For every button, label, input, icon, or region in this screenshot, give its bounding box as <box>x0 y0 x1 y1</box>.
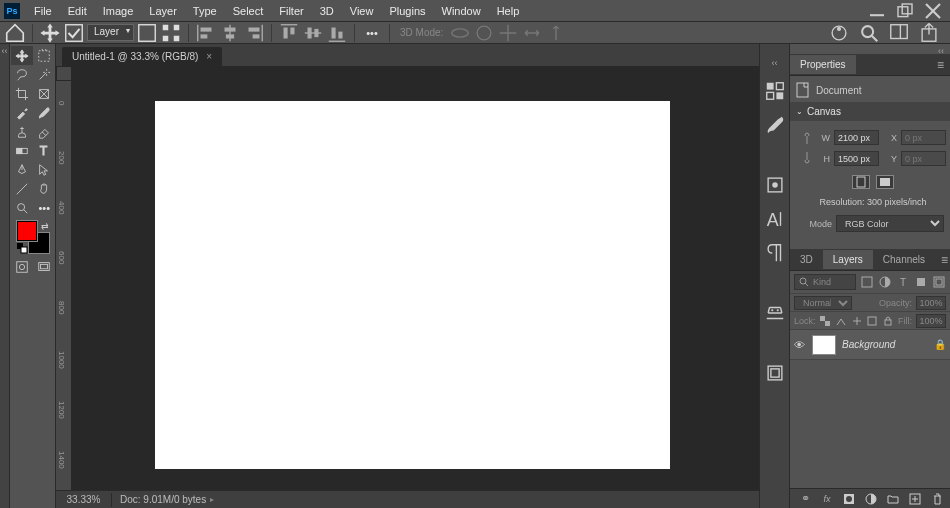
default-colors-icon[interactable] <box>17 243 27 253</box>
tools-collapse-icon[interactable]: ‹‹ <box>0 44 10 508</box>
menu-type[interactable]: Type <box>185 2 225 20</box>
eraser-tool[interactable] <box>34 122 56 141</box>
rpanel-collapse-icon[interactable]: ‹‹ <box>790 44 950 54</box>
layers-menu-icon[interactable]: ≡ <box>935 253 950 267</box>
more-align-icon[interactable]: ••• <box>361 22 383 44</box>
screen-mode-icon[interactable] <box>34 257 56 276</box>
transform-controls-check[interactable] <box>136 22 158 44</box>
fx-icon[interactable]: fx <box>820 492 834 506</box>
type-tool[interactable]: T <box>34 141 56 160</box>
mask-icon[interactable] <box>842 492 856 506</box>
width-input[interactable] <box>834 130 879 145</box>
window-restore-icon[interactable] <box>898 4 912 18</box>
3d-orbit-icon[interactable] <box>449 22 471 44</box>
crop-tool[interactable] <box>11 84 33 103</box>
document-tab[interactable]: Untitled-1 @ 33.3% (RGB/8) × <box>62 47 222 66</box>
menu-3d[interactable]: 3D <box>312 2 342 20</box>
menu-view[interactable]: View <box>342 2 382 20</box>
history-panel-icon[interactable] <box>764 362 786 384</box>
tab-properties[interactable]: Properties <box>790 55 856 74</box>
adjustments-panel-icon[interactable] <box>764 174 786 196</box>
blend-mode-select[interactable]: Normal <box>794 296 852 310</box>
magic-wand-tool[interactable] <box>34 65 56 84</box>
lock-transparent-icon[interactable] <box>820 314 832 328</box>
swap-colors-icon[interactable]: ⇄ <box>41 221 49 231</box>
lock-all-icon[interactable] <box>882 314 894 328</box>
artboard-tool[interactable] <box>34 46 56 65</box>
menu-select[interactable]: Select <box>225 2 272 20</box>
mode-select[interactable]: RGB Color <box>836 215 944 232</box>
align-top-icon[interactable] <box>278 22 300 44</box>
move-tool-icon[interactable] <box>39 22 61 44</box>
tab-close-icon[interactable]: × <box>206 51 212 62</box>
group-icon[interactable] <box>886 492 900 506</box>
gradient-tool[interactable] <box>11 141 33 160</box>
path-select-tool[interactable] <box>34 160 56 179</box>
orient-portrait-icon[interactable] <box>852 175 870 189</box>
filter-adjust-icon[interactable] <box>878 275 892 289</box>
home-icon[interactable] <box>4 22 26 44</box>
brush-tool[interactable] <box>34 103 56 122</box>
move-tool[interactable] <box>11 46 33 65</box>
filter-type-icon[interactable]: T <box>896 275 910 289</box>
lock-artboard-icon[interactable] <box>867 314 879 328</box>
window-close-icon[interactable] <box>926 4 940 18</box>
3d-slide-icon[interactable] <box>521 22 543 44</box>
visibility-icon[interactable]: 👁 <box>794 339 806 351</box>
character-panel-icon[interactable]: A <box>764 208 786 230</box>
tab-3d[interactable]: 3D <box>790 250 823 269</box>
paragraph-panel-icon[interactable] <box>764 242 786 264</box>
layer-name[interactable]: Background <box>842 339 928 350</box>
cloud-docs-icon[interactable] <box>828 22 850 44</box>
align-hcenter-icon[interactable] <box>219 22 241 44</box>
3d-roll-icon[interactable] <box>473 22 495 44</box>
lasso-tool[interactable] <box>11 65 33 84</box>
menu-plugins[interactable]: Plugins <box>381 2 433 20</box>
adjustment-icon[interactable] <box>864 492 878 506</box>
lock-image-icon[interactable] <box>835 314 847 328</box>
canvas-area[interactable] <box>72 81 759 490</box>
eyedropper-tool[interactable] <box>11 103 33 122</box>
filter-shape-icon[interactable] <box>914 275 928 289</box>
menu-window[interactable]: Window <box>434 2 489 20</box>
orient-landscape-icon[interactable] <box>876 175 894 189</box>
auto-select-dropdown[interactable]: Layer <box>87 24 134 41</box>
properties-menu-icon[interactable]: ≡ <box>931 58 950 72</box>
menu-edit[interactable]: Edit <box>60 2 95 20</box>
3d-zoom-icon[interactable] <box>545 22 567 44</box>
search-icon[interactable] <box>858 22 880 44</box>
frame-tool[interactable] <box>34 84 56 103</box>
hand-tool[interactable] <box>34 179 56 198</box>
status-caret-icon[interactable]: ▸ <box>210 495 214 504</box>
link-dimensions-icon[interactable] <box>802 132 812 164</box>
ruler-vertical[interactable]: 0200400600800100012001400 <box>56 81 72 490</box>
filter-pixel-icon[interactable] <box>860 275 874 289</box>
rectangle-tool[interactable] <box>11 179 33 198</box>
align-left-icon[interactable] <box>195 22 217 44</box>
delete-layer-icon[interactable] <box>930 492 944 506</box>
layer-row-background[interactable]: 👁 Background 🔒 <box>790 330 950 360</box>
window-minimize-icon[interactable] <box>870 4 884 18</box>
show-transform-icon[interactable] <box>160 22 182 44</box>
edit-toolbar-icon[interactable]: ••• <box>34 198 56 217</box>
status-zoom[interactable]: 33.33% <box>56 494 111 505</box>
status-doc-size[interactable]: Doc: 9.01M/0 bytes <box>112 494 206 505</box>
color-swatches[interactable]: ⇄ <box>17 221 49 253</box>
color-panel-icon[interactable] <box>764 80 786 102</box>
strip-expand-icon[interactable]: ‹‹ <box>760 58 789 68</box>
fill-input[interactable] <box>916 314 946 328</box>
layer-filter-kind[interactable]: Kind <box>794 274 856 290</box>
tab-layers[interactable]: Layers <box>823 250 873 269</box>
link-layers-icon[interactable]: ⚭ <box>798 492 812 506</box>
lock-icon[interactable]: 🔒 <box>934 339 946 350</box>
new-layer-icon[interactable] <box>908 492 922 506</box>
height-input[interactable] <box>834 151 879 166</box>
layer-thumbnail[interactable] <box>812 335 836 355</box>
menu-help[interactable]: Help <box>489 2 528 20</box>
menu-file[interactable]: File <box>26 2 60 20</box>
canvas-caret-icon[interactable]: ⌄ <box>796 107 803 116</box>
align-bottom-icon[interactable] <box>326 22 348 44</box>
align-right-icon[interactable] <box>243 22 265 44</box>
workspace-icon[interactable] <box>888 22 910 44</box>
libraries-panel-icon[interactable] <box>764 302 786 324</box>
